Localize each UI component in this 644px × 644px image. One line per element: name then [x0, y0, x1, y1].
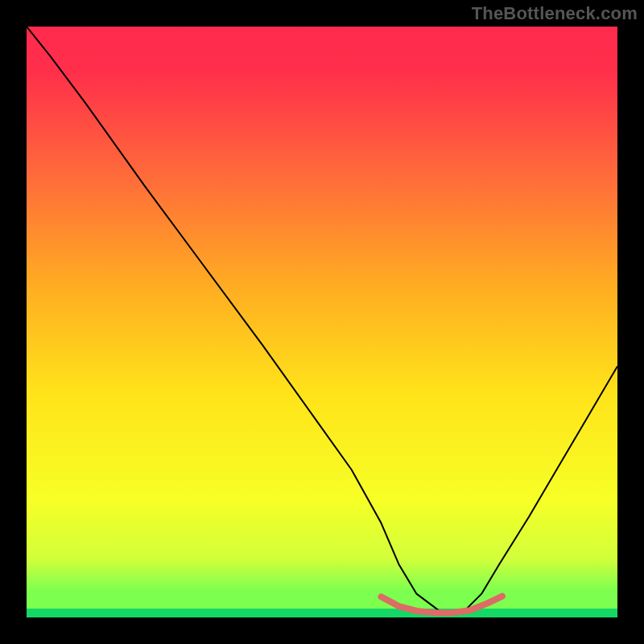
- gradient-background: [27, 27, 617, 617]
- watermark-label: TheBottleneck.com: [472, 3, 638, 24]
- svg-rect-0: [27, 591, 617, 609]
- svg-rect-1: [27, 609, 617, 617]
- bottom-stripes: [27, 591, 617, 617]
- chart-container: TheBottleneck.com: [0, 0, 644, 644]
- bottleneck-chart: [27, 27, 617, 617]
